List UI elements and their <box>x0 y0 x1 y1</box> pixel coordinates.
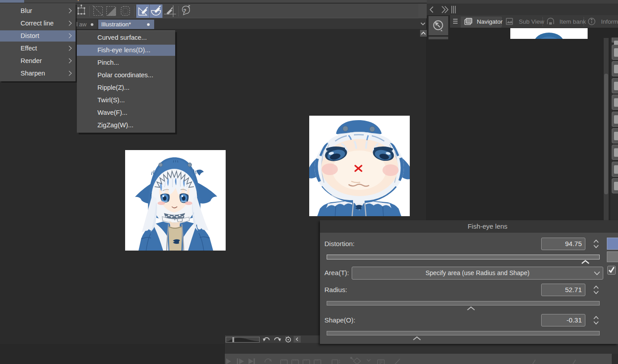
svg-text:Inform: Inform <box>601 18 618 25</box>
svg-text:Item bank: Item bank <box>559 18 586 25</box>
svg-text:Sub View: Sub View <box>519 18 544 25</box>
svg-text:?: ? <box>183 8 186 13</box>
svg-text:Navigator: Navigator <box>477 18 503 25</box>
